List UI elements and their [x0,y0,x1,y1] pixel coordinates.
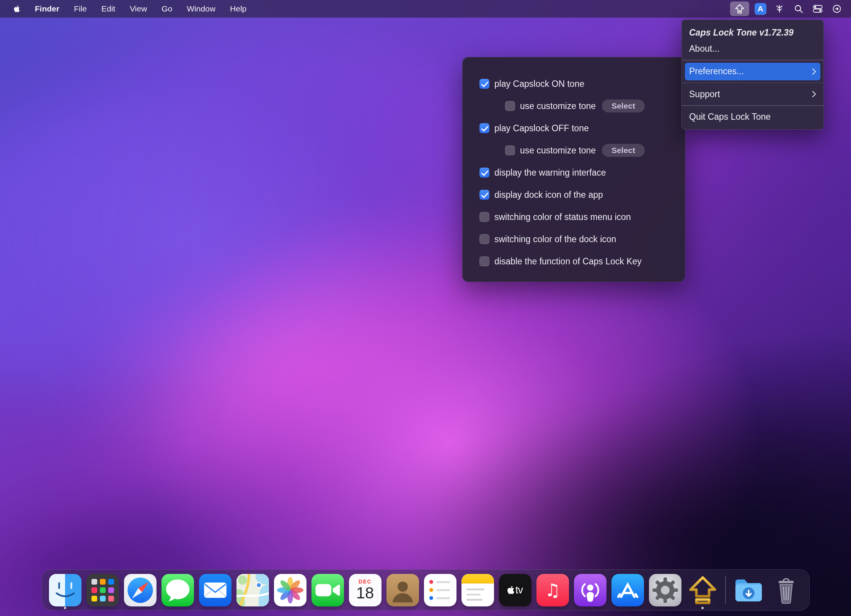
dock-notes[interactable] [461,570,494,610]
arrow-circle-icon [832,4,842,14]
menubar-item-go[interactable]: Go [154,0,179,18]
menubar-item-file[interactable]: File [67,0,94,18]
chevron-right-icon [810,91,816,98]
photos-icon [274,574,306,606]
desktop: FinderFileEditViewGoWindowHelp A [0,0,851,616]
facetime-icon [311,574,344,606]
capslock-tone-status-item[interactable] [730,2,749,16]
pref-option-row: switching color of the dock icon [479,228,685,250]
menu-item-label: Support [689,89,720,99]
select-tone-button[interactable]: Select [602,99,645,112]
menu-separator [682,105,823,106]
music-note-glyph: ♫ [545,581,560,599]
notes-icon [461,574,494,606]
dock-capslock-tone[interactable] [686,570,719,610]
keyboard-glyph-status-item[interactable] [771,2,787,16]
checkbox-checked-play-capslock-on-tone[interactable] [479,79,489,89]
checkbox-checked-display-the-warning-interface[interactable] [479,168,489,178]
pref-option-label: use customize tone [520,145,596,156]
menu-item-about[interactable]: About... [685,40,820,57]
status-menu-items: About...Preferences...SupportQuit Caps L… [682,40,823,126]
pref-option-label: play Capslock ON tone [494,79,584,89]
dock-launchpad[interactable] [86,570,119,610]
checkbox-checked-play-capslock-off-tone[interactable] [479,123,489,133]
music-icon: ♫ [536,574,569,606]
input-source-icon: A [755,3,766,15]
keyboard-glyph-icon [774,4,784,14]
pref-option-row: play Capslock ON tone [479,73,685,95]
dock-podcasts[interactable] [574,570,606,610]
dock: DEC 18 tv ♫ [41,569,810,611]
chevron-right-icon [810,68,816,75]
pref-option-label: display the warning interface [494,168,606,178]
capslock-status-menu: Caps Lock Tone v1.72.39 About...Preferen… [681,20,824,130]
calendar-icon: DEC 18 [349,574,381,606]
pref-option-label: use customize tone [520,101,596,111]
dock-mail[interactable] [199,570,231,610]
appletv-icon: tv [499,574,531,606]
safari-icon [124,574,157,606]
pref-option-label: play Capslock OFF tone [494,123,589,134]
dock-photos[interactable] [274,570,306,610]
mail-icon [199,574,231,606]
select-tone-button[interactable]: Select [602,144,645,157]
checkbox-unchecked-switching-color-of-the-dock-icon[interactable] [479,234,489,244]
checkbox-unchecked-use-customize-tone[interactable] [505,145,515,155]
finder-icon [49,574,82,606]
pref-option-label: disable the function of Caps Lock Key [494,256,642,267]
status-menu-title: Caps Lock Tone v1.72.39 [682,23,823,40]
menu-item-label: About... [689,44,719,54]
pref-option-row: switching color of status menu icon [479,206,685,228]
dock-safari[interactable] [124,570,157,610]
pref-option-row: use customize toneSelect [479,95,685,117]
input-source-label: A [757,4,763,13]
menubar-item-help[interactable]: Help [223,0,254,18]
dock-contacts[interactable] [386,570,419,610]
arrow-circle-status-item[interactable] [829,2,845,16]
checkbox-unchecked-disable-the-function-of-caps-lock-key[interactable] [479,256,489,266]
dock-downloads[interactable] [732,570,765,610]
menubar-item-finder[interactable]: Finder [28,0,67,18]
menu-item-preferences[interactable]: Preferences... [685,63,820,80]
menu-item-support[interactable]: Support [685,85,820,103]
input-source-status-item[interactable]: A [752,2,768,16]
dock-trash[interactable] [769,570,802,610]
dock-music[interactable]: ♫ [536,570,569,610]
trash-icon [770,574,802,606]
system-preferences-icon [649,574,681,606]
capslock-tone-icon [734,3,745,14]
pref-option-label: display dock icon of the app [494,190,603,200]
control-center-icon [812,3,823,14]
apple-menu[interactable] [6,5,28,13]
checkbox-checked-display-dock-icon-of-the-app[interactable] [479,190,489,200]
control-center-status-item[interactable] [810,2,826,16]
menu-item-quit-caps-lock-tone[interactable]: Quit Caps Lock Tone [685,108,820,126]
menu-bar-status-area: A [730,2,851,16]
maps-icon [236,574,269,606]
dock-messages[interactable] [161,570,194,610]
dock-appstore[interactable] [611,570,644,610]
dock-facetime[interactable] [311,570,344,610]
menu-item-label: Quit Caps Lock Tone [689,112,771,122]
checkbox-unchecked-switching-color-of-status-menu-icon[interactable] [479,212,489,222]
apple-logo-icon [14,5,20,13]
menubar-item-view[interactable]: View [122,0,154,18]
contacts-icon [386,574,419,606]
dock-finder[interactable] [49,570,82,610]
menubar-item-window[interactable]: Window [179,0,223,18]
menu-separator [682,60,823,60]
dock-calendar[interactable]: DEC 18 [349,570,381,610]
dock-reminders[interactable] [424,570,456,610]
notes-header [461,574,494,583]
pref-option-row: display the warning interface [479,161,685,184]
dock-items: DEC 18 tv ♫ [46,570,805,610]
checkbox-unchecked-use-customize-tone[interactable] [505,101,515,111]
reminders-icon [424,574,456,606]
menubar-item-edit[interactable]: Edit [94,0,122,18]
dock-maps[interactable] [236,570,269,610]
launchpad-icon [86,574,119,606]
dock-appletv[interactable]: tv [499,570,531,610]
dock-settings[interactable] [649,570,681,610]
menu-separator [682,83,823,83]
spotlight-status-item[interactable] [791,2,807,16]
